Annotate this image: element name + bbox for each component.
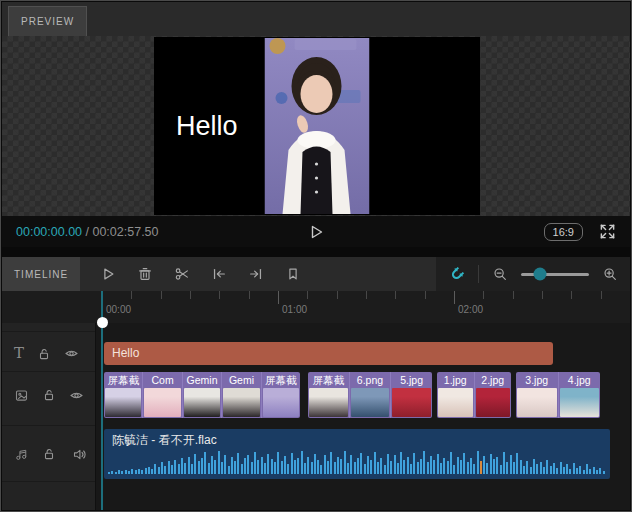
image-clip-group[interactable]: 屏幕截ComGeminGemi屏幕截 xyxy=(104,372,300,418)
timeline-zoom-slider[interactable] xyxy=(521,273,589,276)
waveform-bar xyxy=(334,462,336,474)
image-clip[interactable]: 2.jpg xyxy=(475,372,512,418)
audio-clip[interactable]: 陈毓洁 - 看不开.flac xyxy=(104,429,610,479)
waveform-bar xyxy=(377,462,379,474)
timeline-ruler[interactable]: 00:0001:0002:0003:00 xyxy=(2,291,630,323)
snap-toggle-button[interactable] xyxy=(448,266,465,283)
waveform-bar xyxy=(141,470,143,474)
waveform-bar xyxy=(320,465,322,474)
fullscreen-button[interactable] xyxy=(599,223,616,240)
waveform-bar xyxy=(433,460,435,474)
ruler-tick xyxy=(513,291,514,299)
image-clip[interactable]: 1.jpg xyxy=(437,372,475,418)
image-clip-label: Gemin xyxy=(183,372,221,388)
image-clip[interactable]: 5.jpg xyxy=(391,372,432,418)
marker-button[interactable] xyxy=(285,266,301,282)
ruler-tick xyxy=(542,291,543,299)
image-clip[interactable]: 屏幕截 xyxy=(104,372,143,418)
preview-text-overlay[interactable]: Hello xyxy=(176,111,238,142)
seek-end-button[interactable] xyxy=(248,266,264,282)
tab-preview[interactable]: PREVIEW xyxy=(8,6,87,36)
image-clip-group[interactable]: 屏幕截6.png5.jpg xyxy=(308,372,432,418)
waveform-bar xyxy=(164,466,166,474)
waveform-bar xyxy=(161,462,163,474)
timeline-play-button[interactable] xyxy=(100,266,116,282)
waveform-bar xyxy=(503,452,505,474)
image-clip[interactable]: 屏幕截 xyxy=(308,372,350,418)
image-clip-label: 4.jpg xyxy=(559,372,601,388)
waveform-bar xyxy=(583,470,585,474)
time-separator: / xyxy=(82,225,92,239)
waveform-bar xyxy=(410,464,412,474)
image-clip[interactable]: Com xyxy=(143,372,182,418)
image-clip[interactable]: 4.jpg xyxy=(559,372,601,418)
waveform-bar xyxy=(374,452,376,474)
waveform-bar xyxy=(347,463,349,474)
zoom-slider-thumb[interactable] xyxy=(534,268,547,281)
current-time: 00:00:00.00 xyxy=(16,225,82,239)
image-clip-label: Com xyxy=(143,372,181,388)
trash-icon xyxy=(137,266,153,282)
total-time: 00:02:57.50 xyxy=(92,225,158,239)
waveform-bar xyxy=(566,464,568,474)
lock-toggle[interactable] xyxy=(42,388,56,402)
image-clip[interactable]: 6.png xyxy=(350,372,392,418)
time-display: 00:00:00.00 / 00:02:57.50 xyxy=(16,225,159,239)
waveform-bar xyxy=(211,456,213,474)
track-separator xyxy=(2,425,95,426)
waveform-bar xyxy=(513,462,515,474)
lock-toggle[interactable] xyxy=(42,447,56,461)
waveform-bar xyxy=(364,464,366,474)
waveform-bar xyxy=(453,465,455,474)
aspect-ratio-button[interactable]: 16:9 xyxy=(544,223,583,241)
waveform-bar xyxy=(118,470,120,474)
text-clip[interactable]: Hello xyxy=(104,342,553,365)
waveform-bar xyxy=(324,455,326,474)
image-clip[interactable]: Gemin xyxy=(183,372,222,418)
image-clip[interactable]: Gemi xyxy=(222,372,261,418)
image-clip-group[interactable]: 3.jpg4.jpg xyxy=(516,372,600,418)
ruler-tick xyxy=(483,291,484,299)
waveform-bar xyxy=(108,472,110,474)
video-frame[interactable]: Hello xyxy=(154,37,480,215)
cut-button[interactable] xyxy=(174,266,190,282)
waveform-bar xyxy=(593,467,595,474)
zoom-in-button[interactable] xyxy=(602,266,618,282)
visibility-toggle[interactable] xyxy=(69,388,84,403)
waveform-bar xyxy=(457,457,459,474)
zoom-out-button[interactable] xyxy=(492,266,508,282)
playhead-handle[interactable] xyxy=(97,317,108,328)
tab-timeline[interactable]: TIMELINE xyxy=(2,257,80,291)
eye-icon xyxy=(69,388,84,403)
image-clip-label: 屏幕截 xyxy=(104,372,142,388)
waveform-bar xyxy=(387,454,389,474)
zoom-in-icon xyxy=(602,266,618,282)
waveform-bar xyxy=(546,460,548,474)
mute-toggle[interactable] xyxy=(72,447,87,462)
play-button[interactable] xyxy=(305,221,327,243)
play-icon xyxy=(100,266,116,282)
waveform-bar xyxy=(450,452,452,474)
image-clip[interactable]: 屏幕截 xyxy=(262,372,300,418)
track-separator xyxy=(2,481,95,482)
seek-start-button[interactable] xyxy=(211,266,227,282)
ruler-label: 01:00 xyxy=(282,304,307,315)
waveform-bar xyxy=(516,453,518,474)
video-editor-window: PREVIEW Hello xyxy=(0,0,632,512)
delete-button[interactable] xyxy=(137,266,153,282)
ruler-tick xyxy=(366,291,367,299)
waveform-bar xyxy=(443,458,445,474)
waveform-bar xyxy=(397,463,399,474)
image-clip-group[interactable]: 1.jpg2.jpg xyxy=(437,372,511,418)
tracks-area: T xyxy=(2,323,630,510)
visibility-toggle[interactable] xyxy=(64,346,79,361)
waveform-bar xyxy=(556,468,558,474)
waveform-bar xyxy=(337,457,339,474)
waveform-bar xyxy=(241,464,243,474)
lock-toggle[interactable] xyxy=(37,347,51,361)
waveform-bar xyxy=(184,463,186,474)
waveform-bar xyxy=(115,472,117,474)
image-clip[interactable]: 3.jpg xyxy=(516,372,559,418)
image-clip-thumbnail xyxy=(144,388,180,417)
image-clip-thumbnail xyxy=(223,388,259,417)
